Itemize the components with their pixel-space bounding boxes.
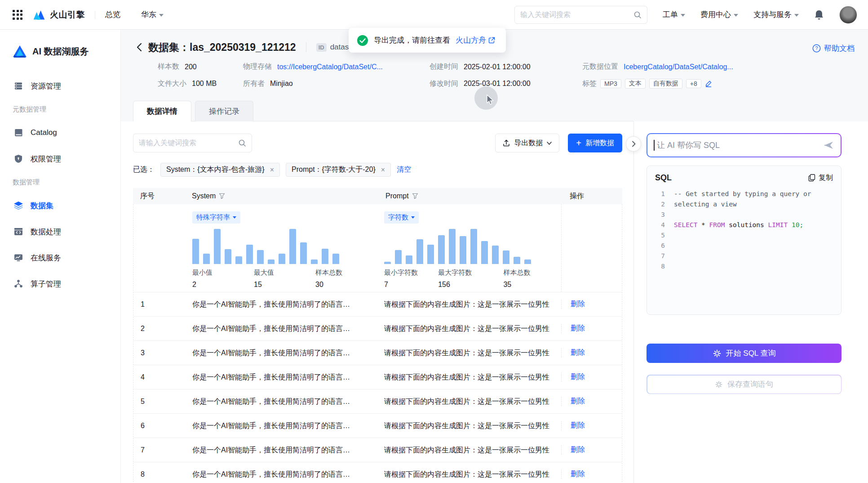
row-prompt-text: 请根据下面的内容生成图片：这是一张展示一位男性	[384, 438, 561, 462]
tab-bar: 数据详情 操作记录	[133, 101, 633, 121]
row-index: 7	[133, 446, 183, 454]
keyword-search-input[interactable]	[139, 139, 238, 147]
meta-label: 文件大小	[158, 79, 186, 89]
chevron-down-icon	[734, 14, 738, 17]
send-icon[interactable]	[824, 140, 834, 150]
toast-ark-link[interactable]: 火山方舟	[456, 35, 495, 45]
filter-chip-prompt: Prompt：{字符数-大于-20} ×	[286, 163, 391, 177]
stat-total: 样本总数 35	[503, 268, 561, 289]
book-icon	[13, 128, 23, 137]
row-system-text: 你是一个AI智能助手，擅长使用简洁明了的语言…	[192, 462, 377, 483]
help-docs-link[interactable]: ? 帮助文档	[812, 43, 855, 54]
delete-link[interactable]: 删除	[571, 470, 585, 478]
row-index: 1	[133, 300, 183, 309]
close-icon[interactable]: ×	[381, 166, 385, 174]
table-row: 4 你是一个AI智能助手，擅长使用简洁明了的语言… 请根据下面的内容生成图片：这…	[133, 365, 622, 389]
add-data-button[interactable]: + 新增数据	[568, 134, 622, 152]
delete-link[interactable]: 删除	[571, 421, 585, 429]
tag-chip-more[interactable]: +8	[686, 79, 701, 88]
histogram-bar	[192, 239, 199, 264]
storage-link[interactable]: tos://IcebergCatalog/DataSet/C...	[277, 63, 383, 71]
sidebar-item-label: 数据处理	[31, 227, 61, 237]
edit-pencil-icon[interactable]	[705, 80, 712, 87]
sidebar-item-online[interactable]: 在线服务	[0, 245, 120, 271]
sidebar-item-dataset[interactable]: 数据集	[0, 192, 120, 219]
global-search[interactable]	[514, 6, 647, 24]
dataset-meta: 样本数200 物理存储tos://IcebergCatalog/DataSet/…	[158, 62, 868, 89]
col-system: System	[183, 192, 376, 200]
histogram-bar	[416, 239, 423, 264]
apps-grid-icon[interactable]	[13, 10, 22, 20]
filter-chip-system: System：{文本内容-包含-旅游} ×	[160, 163, 280, 177]
ai-sql-input[interactable]	[657, 141, 824, 150]
histogram-bar	[449, 229, 456, 264]
save-query-button[interactable]: 保存查询语句	[647, 376, 841, 394]
copy-sql-button[interactable]: 复制	[808, 173, 833, 183]
sidebar-item-catalog[interactable]: Catalog	[0, 120, 120, 146]
sidebar-item-processing[interactable]: 数据处理	[0, 219, 120, 245]
nodes-icon	[13, 279, 23, 288]
row-prompt-text: 请根据下面的内容生成图片：这是一张展示一位男性	[384, 365, 561, 389]
region-selector[interactable]: 华东	[141, 9, 164, 20]
screen: 火山引擎 总览 华东 工单 费用中心 支持与服务	[0, 0, 868, 483]
meta-location-link[interactable]: IcebergCatalog/DataSet/Catalog...	[624, 63, 733, 71]
sql-code-line: 3	[655, 210, 833, 220]
menu-support[interactable]: 支持与服务	[753, 9, 799, 20]
nav-overview[interactable]: 总览	[105, 9, 120, 20]
histogram-bar	[300, 242, 307, 264]
user-avatar[interactable]	[839, 6, 857, 24]
line-number: 5	[655, 230, 665, 241]
sql-code-editor[interactable]: 1 -- Get started by typing a query or 2 …	[655, 189, 833, 272]
back-button[interactable]	[133, 41, 145, 53]
sidebar-item-resource[interactable]: 资源管理	[0, 73, 120, 99]
delete-link[interactable]: 删除	[571, 324, 585, 332]
delete-link[interactable]: 删除	[571, 300, 585, 308]
file-size: 100 MB	[192, 80, 217, 88]
chevron-down-icon	[681, 14, 685, 17]
close-icon[interactable]: ×	[270, 166, 274, 174]
prompt-histogram	[384, 229, 561, 264]
sql-code-line: 2 selecting a view	[655, 199, 833, 210]
tag-chip: 自有数据	[649, 79, 682, 89]
delete-link[interactable]: 删除	[571, 446, 585, 453]
sql-code-line: 4 SELECT * FROM solutions LIMIT 10;	[655, 220, 833, 230]
filter-icon[interactable]	[219, 193, 225, 199]
question-circle-icon: ?	[812, 44, 821, 53]
system-metric-dropdown[interactable]: 特殊字符率	[192, 211, 240, 224]
table-row: 5 你是一个AI智能助手，擅长使用简洁明了的语言… 请根据下面的内容生成图片：这…	[133, 389, 622, 414]
system-stats: 特殊字符率 最小值 2 最大	[183, 204, 377, 292]
sidebar-item-operator[interactable]: 算子管理	[0, 271, 120, 297]
run-sql-button[interactable]: 开始 SQL 查询	[647, 344, 841, 363]
sidebar-item-permission[interactable]: 权限管理	[0, 146, 120, 172]
delete-link[interactable]: 删除	[571, 373, 585, 380]
histogram-bar	[438, 235, 445, 264]
clear-filters-link[interactable]: 清空	[397, 165, 411, 174]
menu-billing[interactable]: 费用中心	[700, 9, 738, 20]
keyword-search[interactable]	[133, 134, 252, 152]
stat-min-chars: 最小字符数 7	[384, 268, 438, 289]
brand-logo[interactable]: 火山引擎	[32, 9, 85, 21]
search-icon	[633, 11, 642, 19]
delete-link[interactable]: 删除	[571, 349, 585, 356]
collapse-panel-button[interactable]	[626, 136, 641, 152]
text-cursor	[654, 140, 655, 151]
layers-icon	[13, 201, 23, 210]
menu-tickets[interactable]: 工单	[663, 9, 685, 20]
global-search-input[interactable]	[520, 11, 633, 19]
filter-icon[interactable]	[412, 193, 418, 199]
tab-operation-log[interactable]: 操作记录	[195, 101, 253, 121]
row-prompt-text: 请根据下面的内容生成图片：这是一张展示一位男性	[384, 389, 561, 414]
notification-bell-icon[interactable]	[814, 9, 824, 20]
histogram-bar	[203, 254, 210, 264]
row-prompt-text: 请根据下面的内容生成图片：这是一张展示一位男性	[384, 317, 561, 341]
tag-chip: MP3	[600, 79, 621, 88]
tag-chip: 文本	[625, 79, 646, 89]
row-system-text: 你是一个AI智能助手，擅长使用简洁明了的语言…	[192, 389, 377, 414]
sql-card-title: SQL	[655, 173, 672, 183]
delete-link[interactable]: 删除	[571, 397, 585, 405]
prompt-metric-dropdown[interactable]: 字符数	[384, 211, 419, 224]
line-number: 6	[655, 241, 665, 251]
sql-code-line: 5	[655, 230, 833, 241]
export-data-button[interactable]: 导出数据	[495, 134, 559, 152]
tab-data-detail[interactable]: 数据详情	[133, 101, 191, 121]
